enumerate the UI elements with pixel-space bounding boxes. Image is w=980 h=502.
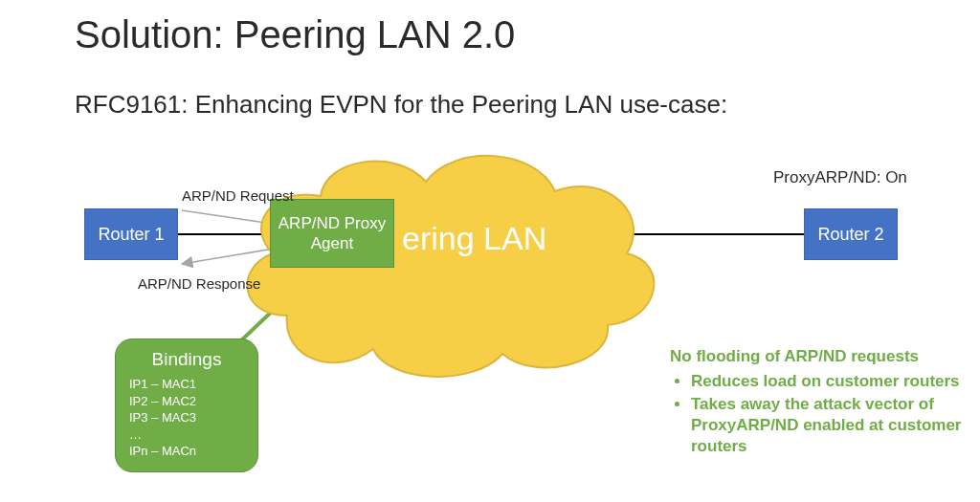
bindings-item: IPn – MACn [129, 443, 244, 460]
arp-request-label: ARP/ND Request [182, 187, 294, 204]
slide: Solution: Peering LAN 2.0 RFC9161: Enhan… [0, 0, 980, 502]
bindings-box: Bindings IP1 – MAC1 IP2 – MAC2 IP3 – MAC… [115, 338, 258, 472]
router-2-label: Router 2 [817, 225, 883, 245]
benefits-list: Reduces load on customer routers Takes a… [670, 371, 967, 457]
router-1-box: Router 1 [84, 208, 178, 260]
arp-response-label: ARP/ND Response [138, 275, 260, 292]
benefits-block: No flooding of ARP/ND requests Reduces l… [670, 346, 967, 459]
proxy-agent-box: ARP/ND Proxy Agent [270, 199, 394, 268]
benefits-item: Reduces load on customer routers [691, 371, 967, 392]
benefits-item: Takes away the attack vector of ProxyARP… [691, 394, 967, 457]
page-subtitle: RFC9161: Enhancing EVPN for the Peering … [75, 90, 727, 120]
page-title: Solution: Peering LAN 2.0 [75, 13, 515, 56]
bindings-item: IP2 – MAC2 [129, 393, 244, 410]
proxy-agent-label: ARP/ND Proxy Agent [277, 213, 388, 254]
bindings-title: Bindings [129, 349, 244, 370]
cloud-label: ering LAN [402, 220, 546, 257]
bindings-item: IP3 – MAC3 [129, 409, 244, 426]
benefits-headline: No flooding of ARP/ND requests [670, 346, 967, 367]
router-2-box: Router 2 [804, 208, 898, 260]
proxy-on-label: ProxyARP/ND: On [773, 168, 907, 187]
bindings-item: IP1 – MAC1 [129, 376, 244, 393]
router-1-label: Router 1 [98, 225, 164, 245]
bindings-item: … [129, 426, 244, 444]
